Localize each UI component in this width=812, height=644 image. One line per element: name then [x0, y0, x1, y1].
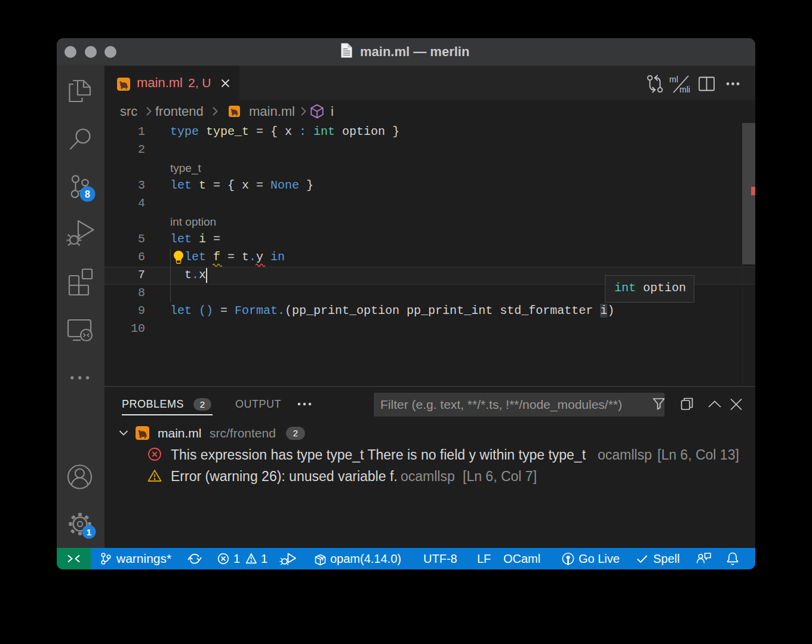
svg-text:8: 8: [85, 189, 90, 199]
svg-text:1: 1: [87, 527, 91, 537]
